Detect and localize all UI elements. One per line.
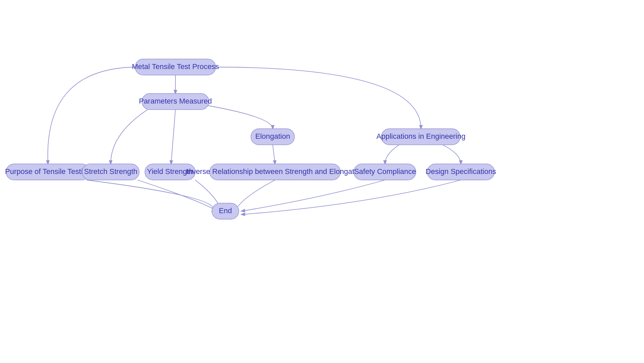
applications-label: Applications in Engineering xyxy=(376,132,465,140)
purpose-label: Purpose of Tensile Testing xyxy=(5,167,91,176)
inverse-label: Inverse Relationship between Strength an… xyxy=(186,167,364,176)
params-label: Parameters Measured xyxy=(139,97,212,105)
root-label: Metal Tensile Test Process xyxy=(132,62,219,71)
svg-line-2 xyxy=(273,145,275,164)
safety-label: Safety Compliance xyxy=(354,167,416,176)
elongation-label: Elongation xyxy=(255,132,290,140)
stretch-label: Stretch Strength xyxy=(84,167,138,176)
end-label: End xyxy=(219,206,232,215)
design-label: Design Specifications xyxy=(426,167,496,176)
svg-line-1 xyxy=(171,110,175,164)
